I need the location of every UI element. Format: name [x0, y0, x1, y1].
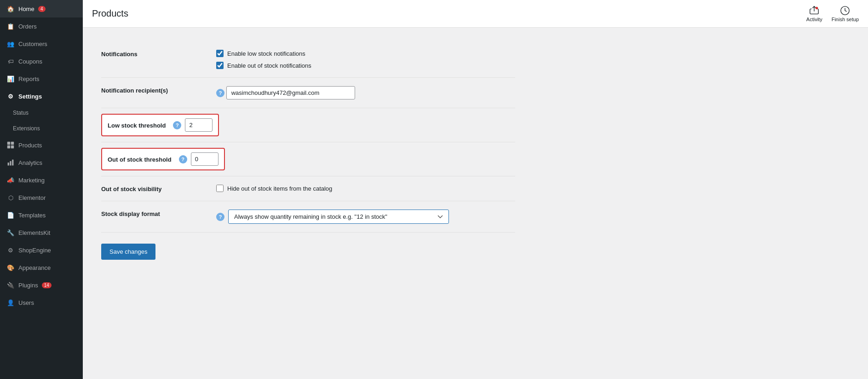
out-of-stock-visibility-row: Out of stock visibility Hide out of stoc… [101, 176, 515, 201]
low-stock-help-icon[interactable]: ? [173, 121, 181, 129]
reports-icon: 📊 [6, 75, 15, 83]
out-of-stock-checkbox-label: Enable out of stock notifications [227, 62, 311, 69]
out-of-stock-threshold-input[interactable] [191, 152, 218, 166]
notification-email-input[interactable] [226, 86, 355, 99]
out-of-stock-visibility-label: Out of stock visibility [101, 185, 216, 192]
stock-display-format-select[interactable]: Always show quantity remaining in stock … [228, 210, 449, 224]
sidebar-item-label: Analytics [18, 159, 42, 166]
sidebar-item-label: Extensions [13, 125, 40, 132]
sidebar-item-label: Coupons [18, 58, 42, 65]
sidebar-item-products[interactable]: Products [0, 136, 83, 154]
topbar: Products Activity Finish setup [83, 0, 868, 28]
users-icon: 👤 [6, 298, 15, 307]
sidebar-item-label: Templates [18, 212, 46, 219]
sidebar-item-plugins[interactable]: 🔌 Plugins 14 [0, 276, 83, 294]
sidebar-item-label: ElementsKit [18, 229, 50, 236]
notification-recipients-row: Notification recipient(s) ? [101, 78, 515, 108]
low-stock-checkbox-label: Enable low stock notifications [227, 50, 305, 57]
sidebar-item-settings[interactable]: ⚙ Settings [0, 87, 83, 105]
low-stock-threshold-input[interactable] [185, 118, 213, 132]
sidebar-item-label: Users [18, 299, 34, 306]
sidebar-item-templates[interactable]: 📄 Templates [0, 206, 83, 224]
hide-out-of-stock-input[interactable] [216, 185, 224, 192]
svg-rect-5 [10, 161, 11, 166]
sidebar-item-label: Status [13, 110, 29, 116]
finish-setup-label: Finish setup [832, 17, 859, 22]
hide-out-of-stock-checkbox[interactable]: Hide out of stock items from the catalog [216, 185, 332, 192]
save-changes-button[interactable]: Save changes [101, 244, 155, 260]
stock-display-format-value: ? Always show quantity remaining in stoc… [216, 210, 515, 224]
shopengine-icon: ⚙ [6, 246, 15, 254]
low-stock-threshold-field: Low stock threshold ? [101, 114, 219, 136]
svg-rect-1 [11, 142, 14, 145]
sidebar-item-status[interactable]: Status [0, 105, 83, 121]
finish-setup-button[interactable]: Finish setup [832, 6, 859, 22]
sidebar-item-label: Settings [18, 93, 42, 100]
activity-icon [809, 6, 819, 16]
topbar-actions: Activity Finish setup [806, 6, 859, 22]
elementor-icon: ⬡ [6, 193, 15, 202]
activity-label: Activity [806, 17, 822, 22]
coupons-icon: 🏷 [6, 57, 15, 65]
sidebar-item-elementskit[interactable]: 🔧 ElementsKit [0, 224, 83, 241]
content-area: Notifications Enable low stock notificat… [83, 28, 868, 379]
save-row: Save changes [101, 233, 515, 268]
marketing-icon: 📣 [6, 176, 15, 184]
notifications-value: Enable low stock notifications Enable ou… [216, 50, 515, 69]
notifications-row: Notifications Enable low stock notificat… [101, 41, 515, 78]
notification-recipients-help-icon[interactable]: ? [216, 89, 224, 97]
notification-recipients-label: Notification recipient(s) [101, 86, 216, 94]
low-stock-checkbox-input[interactable] [216, 50, 224, 57]
sidebar-item-orders[interactable]: 📋 Orders [0, 17, 83, 35]
activity-button[interactable]: Activity [806, 6, 822, 22]
stock-display-format-label: Stock display format [101, 210, 216, 217]
appearance-icon: 🎨 [6, 263, 15, 272]
svg-rect-3 [11, 146, 14, 148]
sidebar-item-elementor[interactable]: ⬡ Elementor [0, 189, 83, 206]
settings-icon: ⚙ [6, 92, 15, 100]
notification-recipients-value: ? [216, 86, 515, 99]
home-icon: 🏠 [6, 5, 15, 13]
low-stock-threshold-row: Low stock threshold ? [101, 108, 515, 142]
sidebar-item-coupons[interactable]: 🏷 Coupons [0, 52, 83, 70]
sidebar-item-label: Customers [18, 41, 47, 47]
stock-display-format-help-icon[interactable]: ? [216, 213, 224, 221]
sidebar-item-shopengine[interactable]: ⚙ ShopEngine [0, 241, 83, 259]
products-icon [6, 141, 15, 149]
sidebar-item-analytics[interactable]: Analytics [0, 154, 83, 171]
sidebar-item-label: Reports [18, 76, 40, 82]
page-title: Products [92, 8, 128, 19]
templates-icon: 📄 [6, 211, 15, 219]
low-stock-threshold-label: Low stock threshold [108, 121, 166, 129]
sidebar-item-label: Home [18, 6, 34, 12]
sidebar-item-extensions[interactable]: Extensions [0, 121, 83, 136]
out-of-stock-help-icon[interactable]: ? [179, 155, 187, 163]
hide-out-of-stock-label: Hide out of stock items from the catalog [227, 185, 332, 192]
main-content: Products Activity Finish setup [83, 0, 868, 379]
enable-out-of-stock-checkbox[interactable]: Enable out of stock notifications [216, 62, 515, 69]
out-of-stock-threshold-row: Out of stock threshold ? [101, 142, 515, 176]
sidebar-item-home[interactable]: 🏠 Home 4 [0, 0, 83, 17]
sidebar-item-marketing[interactable]: 📣 Marketing [0, 171, 83, 189]
sidebar-item-label: ShopEngine [18, 247, 51, 254]
notifications-checkboxes: Enable low stock notifications Enable ou… [216, 50, 515, 69]
enable-low-stock-checkbox[interactable]: Enable low stock notifications [216, 50, 515, 57]
plugins-badge: 14 [42, 282, 52, 288]
elementskit-icon: 🔧 [6, 228, 15, 237]
orders-icon: 📋 [6, 22, 15, 30]
stock-display-format-row: Stock display format ? Always show quant… [101, 201, 515, 233]
sidebar-item-users[interactable]: 👤 Users [0, 294, 83, 311]
sidebar-item-label: Orders [18, 23, 37, 30]
customers-icon: 👥 [6, 40, 15, 48]
sidebar-item-label: Elementor [18, 194, 46, 201]
sidebar-item-appearance[interactable]: 🎨 Appearance [0, 259, 83, 276]
svg-rect-0 [7, 142, 10, 145]
out-of-stock-checkbox-input[interactable] [216, 62, 224, 69]
svg-point-7 [816, 6, 818, 9]
sidebar-item-reports[interactable]: 📊 Reports [0, 70, 83, 87]
sidebar-item-customers[interactable]: 👥 Customers [0, 35, 83, 52]
svg-rect-2 [7, 146, 10, 148]
out-of-stock-visibility-value: Hide out of stock items from the catalog [216, 185, 515, 192]
sidebar-item-label: Appearance [18, 264, 51, 271]
notifications-label: Notifications [101, 50, 216, 58]
